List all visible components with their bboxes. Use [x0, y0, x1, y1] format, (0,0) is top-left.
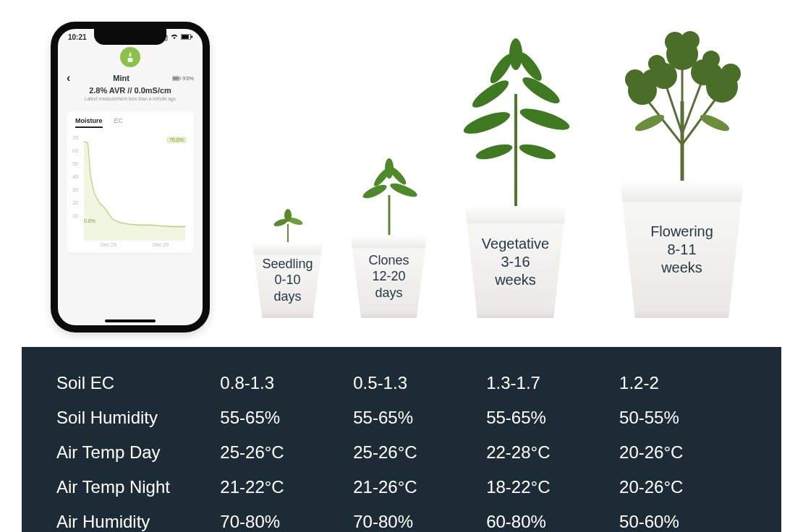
svg-point-15: [517, 104, 572, 134]
metric-value: 50-60%: [619, 505, 752, 532]
ytick: 30: [72, 187, 78, 192]
stage-unit: weeks: [495, 272, 536, 288]
wifi-icon: [171, 34, 178, 41]
table-row: Air Temp Night 21-22°C 21-26°C 18-22°C 2…: [56, 470, 752, 505]
svg-rect-4: [173, 77, 179, 80]
metric-value: 55-65%: [353, 400, 486, 435]
metric-value: 50-55%: [619, 400, 752, 435]
metric-label: Soil Humidity: [56, 400, 220, 435]
table-row: Air Temp Day 25-26°C 25-26°C 22-28°C 20-…: [56, 435, 752, 470]
stage-unit: days: [375, 286, 402, 300]
phone-mockup: 10:21 ▮▮▮▯ ‹ Mint: [51, 22, 210, 332]
moisture-chart: 70 60 50 40 30 20 10 70.0% 0.0%: [69, 132, 191, 241]
pot-flowering: Flowering 8-11 weeks: [613, 181, 751, 318]
metric-value: 21-22°C: [220, 470, 353, 505]
metric-value: 25-26°C: [353, 435, 486, 470]
svg-point-21: [474, 142, 513, 163]
metric-label: Air Temp Day: [56, 435, 220, 470]
phone-notch: [94, 29, 166, 45]
chart-zero-badge: 0.0%: [84, 218, 95, 223]
svg-point-35: [681, 31, 700, 50]
stage-name: Seedling: [262, 257, 313, 271]
stage-seedling: Seedling 0-10 days: [248, 202, 328, 318]
metric-value: 0.8-1.3: [220, 366, 353, 400]
ytick: 50: [72, 161, 78, 166]
svg-rect-2: [191, 35, 192, 38]
svg-point-27: [721, 64, 741, 84]
svg-point-24: [625, 69, 645, 90]
stage-duration: 3-16: [501, 254, 530, 270]
ytick: 70: [72, 135, 78, 140]
stage-unit: weeks: [661, 259, 702, 275]
stage-flowering: Flowering 8-11 weeks: [599, 14, 765, 318]
plant-app-icon: [120, 47, 140, 67]
stage-parameters-table: Soil EC 0.8-1.3 0.5-1.3 1.3-1.7 1.2-2 So…: [22, 347, 781, 532]
table-row: Air Humidity 70-80% 70-80% 60-80% 50-60%: [56, 505, 752, 532]
metric-value: 1.2-2: [619, 366, 752, 400]
stage-duration: 8-11: [667, 241, 696, 257]
home-indicator: [105, 319, 156, 322]
metric-value: 55-65%: [486, 400, 619, 435]
metric-value: 25-26°C: [220, 435, 353, 470]
stage-name: Clones: [368, 253, 409, 267]
stage-unit: days: [273, 289, 301, 304]
pot-vegetative: Vegetative 3-16 weeks: [459, 206, 572, 318]
stage-name: Vegetative: [482, 236, 549, 252]
metric-value: 22-28°C: [486, 435, 619, 470]
svg-point-13: [385, 158, 394, 179]
pot-clones: Clones 12-20 days: [346, 235, 433, 318]
ytick: 10: [72, 213, 78, 218]
ytick: 60: [72, 148, 78, 153]
svg-point-14: [461, 108, 512, 138]
svg-point-36: [633, 111, 666, 134]
header-battery-pct: 93%: [172, 75, 194, 82]
svg-point-30: [648, 55, 666, 72]
avr-subtext: Latest measurement less than a minute ag…: [67, 96, 194, 101]
metric-value: 0.5-1.3: [353, 366, 486, 400]
svg-point-37: [698, 111, 731, 134]
svg-rect-5: [180, 77, 181, 79]
stage-duration: 0-10: [274, 273, 300, 287]
stage-vegetative: Vegetative 3-16 weeks: [451, 36, 581, 318]
chart-peak-badge: 70.0%: [166, 137, 187, 143]
ytick: 40: [72, 174, 78, 179]
metric-value: 21-26°C: [353, 470, 486, 505]
tab-ec[interactable]: EC: [114, 117, 124, 128]
table-row: Soil Humidity 55-65% 55-65% 55-65% 50-55…: [56, 400, 752, 435]
svg-point-8: [284, 209, 292, 222]
stage-duration: 12-20: [372, 269, 405, 283]
metric-value: 70-80%: [220, 505, 353, 532]
svg-point-20: [509, 38, 522, 70]
metric-label: Air Humidity: [56, 505, 220, 532]
svg-point-32: [702, 51, 720, 68]
svg-point-22: [517, 142, 556, 163]
metric-value: 70-80%: [353, 505, 486, 532]
metric-value: 60-80%: [486, 505, 619, 532]
ytick: 20: [72, 200, 78, 205]
metric-label: Soil EC: [56, 366, 220, 400]
svg-rect-1: [182, 35, 189, 39]
metric-value: 20-26°C: [619, 470, 752, 505]
svg-point-16: [469, 76, 511, 111]
metric-value: 18-22°C: [486, 470, 619, 505]
stage-name: Flowering: [650, 223, 713, 239]
metric-value: 1.3-1.7: [486, 366, 619, 400]
battery-icon: [181, 34, 192, 41]
metric-value: 20-26°C: [619, 435, 752, 470]
metric-label: Air Temp Night: [56, 470, 220, 505]
status-time: 10:21: [68, 33, 87, 41]
pot-seedling: Seedling 0-10 days: [248, 242, 328, 318]
stage-clones: Clones 12-20 days: [346, 155, 433, 318]
table-row: Soil EC 0.8-1.3 0.5-1.3 1.3-1.7 1.2-2: [56, 366, 752, 400]
metric-value: 55-65%: [220, 400, 353, 435]
moisture-card: Moisture EC 70 60 50 40 30 20 10 70.0% 0…: [67, 111, 194, 253]
back-chevron-icon[interactable]: ‹: [67, 72, 70, 85]
avr-metric: 2.8% AVR // 0.0mS/cm: [67, 86, 194, 95]
app-plant-title: Mint: [113, 74, 129, 82]
tab-moisture[interactable]: Moisture: [75, 117, 103, 128]
